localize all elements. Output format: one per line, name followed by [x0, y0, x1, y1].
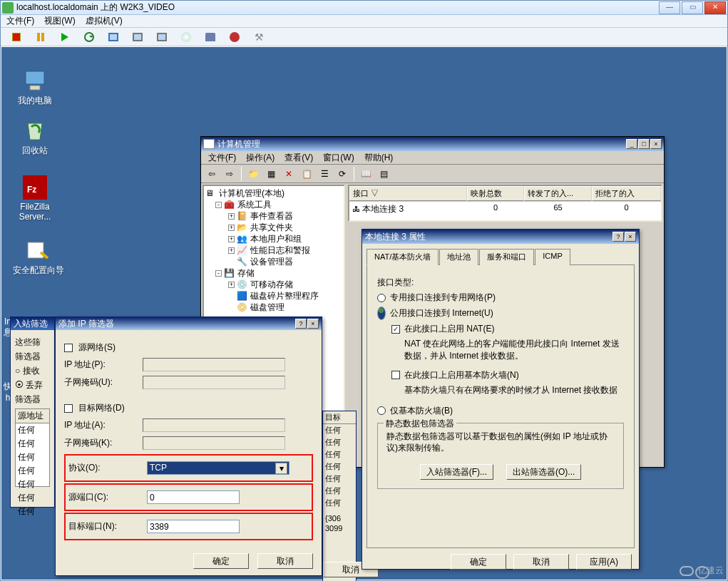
up-icon[interactable]: 📁 [245, 166, 261, 182]
col-maps[interactable]: 映射总数 [467, 186, 524, 201]
mmc-close[interactable]: × [650, 139, 662, 149]
filter-table[interactable]: 源地址 任何任何 任何任何 任何任何 任何 [15, 408, 50, 487]
refresh-icon[interactable]: 📋 [299, 166, 314, 182]
list-icon[interactable]: ☰ [317, 166, 332, 182]
inbound-filter-button[interactable]: 入站筛选器(F)... [420, 464, 493, 480]
mmc-menu-view[interactable]: 查看(V) [284, 152, 313, 164]
protocol-select[interactable]: TCP [147, 461, 289, 475]
tab-svc[interactable]: 服务和端口 [479, 249, 534, 265]
mmc-menu-action[interactable]: 操作(A) [246, 152, 275, 164]
menu-vm[interactable]: 虚拟机(V) [86, 15, 123, 27]
mmc-toolbar: ⇦ ⇨ 📁 ▦ ✕ 📋 ☰ ⟳ 📖 ▤ [201, 165, 664, 183]
prop-tabs: NAT/基本防火墙 地址池 服务和端口 ICMP [366, 248, 635, 264]
vm-title: localhost.localdomain 上的 W2K3_VIDEO [16, 1, 175, 14]
radio-fwonly[interactable]: 仅基本防火墙(B) [377, 405, 624, 417]
desktop-icon-secwiz[interactable]: 安全配置向导 [10, 238, 67, 277]
gear-icon[interactable] [229, 31, 240, 43]
menu-view[interactable]: 视图(W) [44, 15, 75, 27]
tree-node-root[interactable]: 🖥计算机管理(本地) [205, 187, 342, 199]
mmc-listview[interactable]: 接口 ▽ 映射总数 转发了的入... 拒绝了的入 🖧 本地连接 3 0 65 0 [348, 185, 662, 222]
addip-help[interactable]: ? [295, 319, 307, 329]
col-rej[interactable]: 拒绝了的入 [592, 186, 661, 201]
list-row[interactable]: 🖧 本地连接 3 0 65 0 [349, 202, 661, 217]
dst-ip-input [143, 418, 285, 432]
guest-desktop[interactable]: 我的电脑 回收站 Fz FileZilla Server... 安全配置向导 I… [1, 47, 727, 580]
radio-accept[interactable]: ○ 接收 [15, 365, 50, 377]
src-port-input[interactable] [147, 490, 240, 504]
desktop-icon-recycle[interactable]: 回收站 [10, 118, 60, 157]
mmc-menu-file[interactable]: 文件(F) [208, 152, 236, 164]
tree-node-events[interactable]: +📔事件查看器 [205, 210, 342, 222]
tab-icmp[interactable]: ICMP [535, 249, 570, 265]
tree-node-shares[interactable]: +📂共享文件夹 [205, 222, 342, 233]
help-icon[interactable]: 📖 [358, 166, 374, 182]
close-button[interactable]: ✕ [704, 1, 726, 14]
tool-icon[interactable]: ⚒ [253, 31, 265, 43]
addip-close[interactable]: × [307, 319, 319, 329]
prop-help[interactable]: ? [612, 232, 624, 242]
screen2-icon[interactable] [132, 31, 143, 43]
maximize-button[interactable]: ▭ [682, 1, 703, 14]
mmc-titlebar[interactable]: 计算机管理 _ □ × [201, 137, 664, 151]
tree-node-users[interactable]: +👥本地用户和组 [205, 233, 342, 245]
tree-node-perf[interactable]: +📈性能日志和警报 [205, 245, 342, 256]
tab-nat[interactable]: NAT/基本防火墙 [366, 249, 439, 265]
dst-port-input[interactable] [147, 520, 240, 533]
export-icon[interactable]: ▤ [376, 166, 391, 182]
check-src-net[interactable]: 源网络(S) [64, 341, 313, 354]
addip-ok[interactable]: 确定 [193, 553, 249, 569]
desktop-icon-filezilla[interactable]: Fz FileZilla Server... [10, 175, 60, 222]
radio-drop[interactable]: ⦿ 丢弃 [15, 379, 50, 391]
addip-cancel[interactable]: 取消 [257, 553, 313, 569]
mmc-menu-window[interactable]: 窗口(W) [323, 152, 354, 164]
prop-cancel[interactable]: 取消 [513, 554, 569, 570]
tree-node-diskmgmt[interactable]: .📀磁盘管理 [205, 302, 342, 313]
ghost-dialog: 目标 任何任何任何 任何任何任何任何 {3063099 取消 [322, 411, 357, 581]
static-filter-group: 静态数据包筛选器 静态数据包筛选器可以基于数据包的属性(例如 IP 地址或协议)… [377, 423, 624, 490]
radio-private[interactable]: 专用接口连接到专用网络(P) [377, 292, 624, 304]
stop-icon[interactable] [11, 31, 22, 43]
check-dst-net[interactable]: 目标网络(D) [64, 402, 313, 414]
prop-ok[interactable]: 确定 [451, 554, 506, 570]
mmc-minimize[interactable]: _ [626, 139, 637, 149]
src-mask-input [143, 376, 285, 389]
svg-text:Fz: Fz [27, 185, 36, 195]
nat-properties-dialog: 本地连接 3 属性 ?× NAT/基本防火墙 地址池 服务和端口 ICMP 接口… [362, 229, 640, 570]
mmc-maximize[interactable]: □ [638, 139, 650, 149]
prop-titlebar[interactable]: 本地连接 3 属性 ?× [362, 230, 639, 244]
pause-icon[interactable] [35, 31, 46, 43]
outbound-filter-button[interactable]: 出站筛选器(O)... [506, 464, 581, 480]
prop-close[interactable]: × [625, 232, 636, 242]
mmc-menu-help[interactable]: 帮助(H) [364, 152, 394, 164]
tab-pool[interactable]: 地址池 [439, 249, 478, 265]
addip-titlebar[interactable]: 添加 IP 筛选器 ?× [56, 317, 322, 330]
inbound-filter-dialog: 入站筛选 这些筛 筛选器 ○ 接收 ⦿ 丢弃 筛选器 源地址 任何任何 任何任何… [10, 317, 55, 508]
highlight-dstport: 目标端口(N): [64, 513, 313, 540]
tree-node-defrag[interactable]: .🟦磁盘碎片整理程序 [205, 290, 342, 302]
check-fw[interactable]: 在此接口上启用基本防火墙(N) [377, 369, 624, 381]
refresh2-icon[interactable]: ⟳ [334, 166, 350, 182]
disk-icon[interactable] [205, 31, 216, 43]
screen3-icon[interactable] [156, 31, 168, 43]
col-fwd[interactable]: 转发了的入... [524, 186, 592, 201]
delete-icon[interactable]: ✕ [281, 166, 297, 182]
play-icon[interactable] [59, 31, 71, 43]
desktop-icon-computer[interactable]: 我的电脑 [10, 68, 60, 107]
prop-apply[interactable]: 应用(A) [576, 554, 632, 570]
tree-node-systools[interactable]: -🧰系统工具 [205, 199, 342, 210]
tree-node-storage[interactable]: -💾存储 [205, 267, 342, 279]
radio-public[interactable]: 公用接口连接到 Internet(U) [377, 307, 624, 320]
check-nat[interactable]: ✓在此接口上启用 NAT(E) [377, 323, 624, 335]
menu-file[interactable]: 文件(F) [6, 15, 34, 27]
fwd-icon[interactable]: ⇨ [222, 166, 237, 182]
col-interface[interactable]: 接口 ▽ [349, 186, 467, 201]
tree-node-devmgr[interactable]: .🔧设备管理器 [205, 256, 342, 267]
tree-node-removable[interactable]: +💿可移动存储 [205, 279, 342, 290]
props-icon[interactable]: ▦ [263, 166, 279, 182]
dst-mask-input [143, 436, 285, 450]
back-icon[interactable]: ⇦ [204, 166, 220, 182]
minimize-button[interactable]: — [659, 1, 680, 14]
cd-icon[interactable] [180, 31, 192, 43]
snapshot-icon[interactable] [108, 31, 119, 43]
reset-icon[interactable] [83, 31, 95, 43]
